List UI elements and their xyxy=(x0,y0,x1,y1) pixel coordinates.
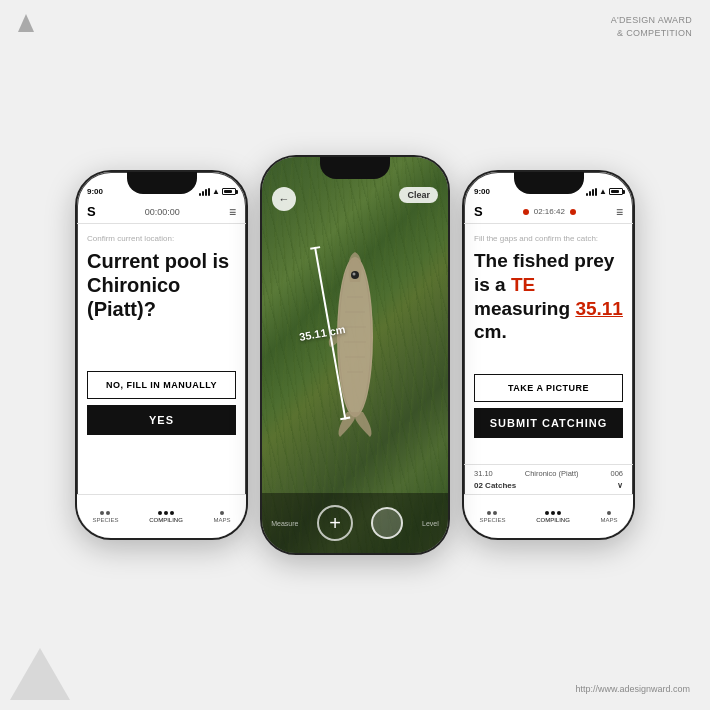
phone1-species-label: SPECIES xyxy=(92,517,118,523)
phone3-time: 9:00 xyxy=(474,187,490,196)
camera-bottom-bar: Measure + Level xyxy=(262,493,448,553)
svg-point-10 xyxy=(353,273,356,276)
phone1-compiling-label: COMPILING xyxy=(149,517,183,523)
phone1-no-button[interactable]: NO, FILL IN MANUALLY xyxy=(87,371,236,399)
phones-container: 9:00 ▲ S 00:00:00 ≡ Confirm current loca… xyxy=(75,155,635,555)
phone1-question: Current pool is Chironico (Piatt)? xyxy=(87,249,236,321)
phone3-question: The fished prey is a TE measuring 35.11 … xyxy=(474,249,623,344)
phone3-notch xyxy=(514,172,584,194)
phone1: 9:00 ▲ S 00:00:00 ≡ Confirm current loca… xyxy=(75,170,248,540)
phone3-info-code: 006 xyxy=(610,469,623,478)
brand-line2: & COMPETITION xyxy=(611,27,692,40)
camera-plus-button[interactable]: + xyxy=(317,505,353,541)
phone1-content: Confirm current location: Current pool i… xyxy=(77,224,246,445)
phone1-maps-label: MAPS xyxy=(214,517,231,523)
phone1-tab-species[interactable]: SPECIES xyxy=(92,511,118,523)
phone3-menu-icon[interactable]: ≡ xyxy=(616,205,623,219)
brand-logo: A'DESIGN AWARD & COMPETITION xyxy=(611,14,692,39)
camera-back-button[interactable]: ← xyxy=(272,187,296,211)
phone3-q-number: 35.11 xyxy=(575,298,623,319)
phone1-species-icon xyxy=(100,511,110,515)
phone1-logo: S xyxy=(87,204,96,219)
phone3-compiling-label: COMPILING xyxy=(536,517,570,523)
phone1-tab-bar: SPECIES COMPILING MAPS xyxy=(77,494,246,538)
phone3-bottom-info: 31.10 Chironico (Piatt) 006 02 Catches ∨ xyxy=(464,464,633,494)
phone3-maps-label: MAPS xyxy=(601,517,618,523)
phone3-info-location: Chironico (Piatt) xyxy=(525,469,579,478)
phone3-content: Fill the gaps and confirm the catch: The… xyxy=(464,224,633,448)
brand-line1: A'DESIGN AWARD xyxy=(611,14,692,27)
phone3-catches-label: 02 Catches xyxy=(474,481,516,490)
camera-shutter-button[interactable] xyxy=(371,507,403,539)
phone3-info-number: 31.10 xyxy=(474,469,493,478)
bottom-url: http://www.adesignward.com xyxy=(575,684,690,694)
watermark-triangle xyxy=(10,648,70,700)
phone3-species-label: SPECIES xyxy=(479,517,505,523)
phone3-q-part1: The fished prey is a xyxy=(474,250,614,295)
phone3-tab-bar: SPECIES COMPILING MAPS xyxy=(464,494,633,538)
phone1-tab-compiling[interactable]: COMPILING xyxy=(149,511,183,523)
phone3-q-part3: cm. xyxy=(474,321,507,342)
phone3-species-icon xyxy=(487,511,497,515)
phone3-rec-dot xyxy=(523,209,529,215)
camera-level-label: Level xyxy=(422,520,439,527)
phone1-menu-icon[interactable]: ≡ xyxy=(229,205,236,219)
phone3-wifi: ▲ xyxy=(599,187,607,196)
phone3-tab-compiling[interactable]: COMPILING xyxy=(536,511,570,523)
phone1-wifi: ▲ xyxy=(212,187,220,196)
phone2-notch xyxy=(320,157,390,179)
svg-marker-0 xyxy=(18,14,34,32)
camera-clear-button[interactable]: Clear xyxy=(399,187,438,203)
top-left-logo xyxy=(18,14,34,36)
phone1-time: 9:00 xyxy=(87,187,103,196)
phone1-signal xyxy=(199,188,210,196)
phone3-tab-species[interactable]: SPECIES xyxy=(479,511,505,523)
phone1-notch xyxy=(127,172,197,194)
phone3: 9:00 ▲ S 02:16:42 ≡ xyxy=(462,170,635,540)
phone1-hint: Confirm current location: xyxy=(87,234,236,243)
phone1-tab-maps[interactable]: MAPS xyxy=(214,511,231,523)
phone2: 35.11 cm ← Clear Measure + Level xyxy=(260,155,450,555)
phone3-timer-area: 02:16:42 xyxy=(521,207,578,216)
phone3-catches-row[interactable]: 02 Catches ∨ xyxy=(474,481,623,490)
phone3-rec-dot2 xyxy=(570,209,576,215)
phone3-hint: Fill the gaps and confirm the catch: xyxy=(474,234,623,243)
phone3-q-highlight: TE xyxy=(511,274,535,295)
phone3-info-row: 31.10 Chironico (Piatt) 006 xyxy=(474,469,623,478)
phone3-picture-button[interactable]: TAKE A PICTURE xyxy=(474,374,623,402)
phone1-battery xyxy=(222,188,236,195)
phone3-maps-icon xyxy=(607,511,611,515)
phone3-signal xyxy=(586,188,597,196)
phone1-yes-button[interactable]: YES xyxy=(87,405,236,435)
phone3-battery xyxy=(609,188,623,195)
phone1-header: S 00:00:00 ≡ xyxy=(77,200,246,224)
phone3-logo: S xyxy=(474,204,483,219)
phone1-compiling-icon xyxy=(158,511,174,515)
phone3-status-icons: ▲ xyxy=(586,187,623,196)
phone3-tab-maps[interactable]: MAPS xyxy=(601,511,618,523)
phone3-catches-chevron: ∨ xyxy=(617,481,623,490)
phone3-compiling-icon xyxy=(545,511,561,515)
phone3-submit-button[interactable]: SUBMIT CATCHING xyxy=(474,408,623,438)
phone1-timer: 00:00:00 xyxy=(145,207,180,217)
phone3-timer: 02:16:42 xyxy=(534,207,565,216)
phone3-header: S 02:16:42 ≡ xyxy=(464,200,633,224)
camera-measure-label: Measure xyxy=(271,520,298,527)
phone3-q-part2: measuring xyxy=(474,298,575,319)
phone1-maps-icon xyxy=(220,511,224,515)
phone1-status-icons: ▲ xyxy=(199,187,236,196)
